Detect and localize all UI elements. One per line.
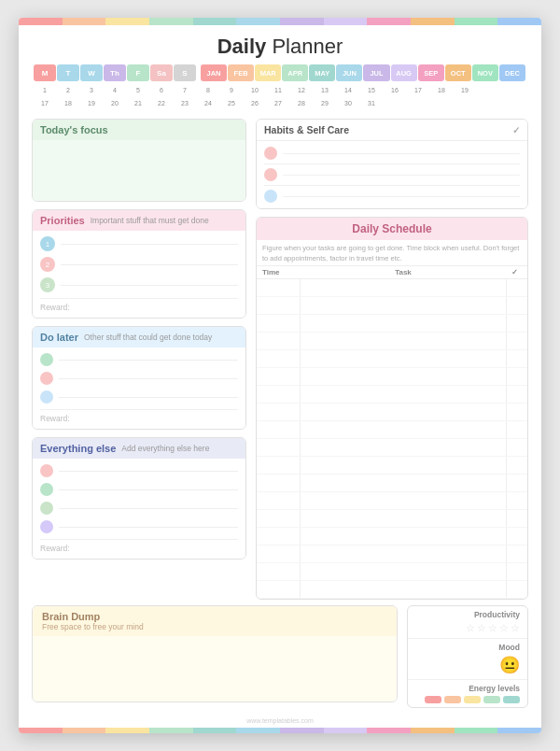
- energy-bar-3[interactable]: [464, 696, 481, 703]
- else-dot-2: [40, 483, 53, 496]
- schedule-row[interactable]: [257, 386, 527, 404]
- day-Th[interactable]: Th: [104, 64, 126, 81]
- else-line-1[interactable]: [59, 471, 238, 472]
- bottom-color-bar: [19, 728, 541, 733]
- schedule-row[interactable]: [257, 528, 527, 546]
- habit-line-3[interactable]: [283, 196, 520, 197]
- habits-body: [257, 141, 527, 208]
- else-line-2[interactable]: [59, 489, 238, 490]
- schedule-row[interactable]: [257, 333, 527, 350]
- habit-dot-2: [264, 168, 277, 181]
- everything-else-box: Everything else Add everything else here: [32, 437, 246, 560]
- else-dot-4: [40, 520, 53, 533]
- later-dot-3: [40, 390, 53, 404]
- brain-dump-header: Brain Dump Free space to free your mind: [33, 606, 397, 636]
- month-jan[interactable]: JAN: [201, 64, 227, 81]
- energy-bar-1[interactable]: [425, 696, 441, 703]
- day-S[interactable]: S: [174, 64, 196, 81]
- habit-line-2[interactable]: [283, 175, 520, 176]
- month-dec[interactable]: DEC: [499, 64, 525, 81]
- everything-subtitle: Add everything else here: [121, 444, 209, 453]
- schedule-row[interactable]: [257, 350, 527, 368]
- brain-dump-title: Brain Dump: [42, 611, 387, 622]
- schedule-row[interactable]: [257, 439, 527, 457]
- schedule-row[interactable]: [257, 297, 527, 315]
- brain-dump-section: Brain Dump Free space to free your mind …: [19, 605, 541, 714]
- energy-bar-5[interactable]: [503, 696, 520, 703]
- col-check: ✓: [507, 268, 522, 276]
- days-row: M T W Th F Sa S JAN FEB MAR APR MAY JUN …: [34, 64, 526, 81]
- month-jul[interactable]: JUL: [363, 64, 389, 81]
- schedule-row[interactable]: [257, 581, 527, 599]
- everything-reward: Reward:: [40, 539, 238, 553]
- priorities-body: 1 2 3 Reward:: [33, 231, 245, 318]
- month-sep[interactable]: SEP: [418, 64, 444, 81]
- day-T[interactable]: T: [57, 64, 79, 81]
- month-apr[interactable]: APR: [282, 64, 308, 81]
- month-aug[interactable]: AUG: [391, 64, 417, 81]
- month-may[interactable]: MAY: [309, 64, 335, 81]
- priority-num-2: 2: [40, 257, 55, 272]
- right-column: Habits & Self Care ✓: [256, 119, 528, 600]
- star-2[interactable]: ☆: [477, 622, 486, 634]
- star-3[interactable]: ☆: [488, 622, 497, 634]
- schedule-row[interactable]: [257, 404, 527, 421]
- month-nov[interactable]: NOV: [472, 64, 498, 81]
- brain-dump-body[interactable]: [33, 636, 397, 701]
- later-item-2: [40, 372, 238, 385]
- month-feb[interactable]: FEB: [228, 64, 254, 81]
- later-line-1[interactable]: [59, 360, 238, 361]
- schedule-row[interactable]: [257, 492, 527, 510]
- day-Sa[interactable]: Sa: [150, 64, 173, 81]
- later-line-3[interactable]: [59, 397, 238, 398]
- month-oct[interactable]: OCT: [445, 64, 471, 81]
- mood-emoji[interactable]: 😐: [499, 655, 520, 675]
- habit-line-1[interactable]: [283, 153, 520, 154]
- do-later-box: Do later Other stuff that could get done…: [32, 326, 246, 430]
- else-line-3[interactable]: [59, 508, 238, 509]
- later-line-2[interactable]: [59, 378, 238, 379]
- focus-header: Today's focus: [33, 120, 245, 140]
- schedule-row[interactable]: [257, 563, 527, 581]
- priority-line-1[interactable]: [61, 244, 238, 245]
- metrics-box: Productivity ☆ ☆ ☆ ☆ ☆ Mood 😐: [407, 605, 528, 708]
- everything-body: Reward:: [33, 459, 245, 559]
- else-item-2: [40, 483, 238, 496]
- focus-body[interactable]: [33, 140, 245, 201]
- schedule-row[interactable]: [257, 368, 527, 386]
- everything-header: Everything else Add everything else here: [33, 438, 245, 459]
- schedule-row[interactable]: [257, 421, 527, 439]
- habits-box: Habits & Self Care ✓: [256, 119, 528, 209]
- energy-bar-2[interactable]: [444, 696, 461, 703]
- do-later-subtitle: Other stuff that could get done today: [84, 333, 212, 342]
- priority-num-3: 3: [40, 277, 55, 292]
- schedule-row[interactable]: [257, 510, 527, 528]
- habit-dot-3: [264, 190, 277, 203]
- month-mar[interactable]: MAR: [255, 64, 281, 81]
- star-4[interactable]: ☆: [499, 622, 509, 634]
- schedule-row[interactable]: [257, 315, 527, 333]
- priorities-box: Priorities Important stuff that must get…: [32, 209, 246, 319]
- schedule-row[interactable]: [257, 279, 527, 297]
- star-1[interactable]: ☆: [466, 622, 475, 634]
- footer-text: www.templatables.com: [246, 717, 314, 724]
- month-jun[interactable]: JUN: [336, 64, 362, 81]
- mood-section: Mood 😐: [408, 639, 527, 680]
- priorities-subtitle: Important stuff that must get done: [91, 216, 209, 225]
- priority-num-1: 1: [40, 236, 55, 251]
- day-M[interactable]: M: [34, 64, 56, 81]
- else-line-4[interactable]: [59, 527, 238, 528]
- star-5[interactable]: ☆: [511, 622, 520, 634]
- schedule-row[interactable]: [257, 475, 527, 492]
- priority-line-3[interactable]: [61, 285, 238, 286]
- habits-check: ✓: [512, 125, 520, 135]
- else-item-1: [40, 464, 238, 477]
- schedule-row[interactable]: [257, 457, 527, 475]
- day-W[interactable]: W: [80, 64, 103, 81]
- priority-line-2[interactable]: [61, 264, 238, 265]
- energy-bar-4[interactable]: [483, 696, 500, 703]
- day-F[interactable]: F: [127, 64, 149, 81]
- schedule-row[interactable]: [257, 546, 527, 563]
- mood-row: 😐: [415, 655, 520, 675]
- energy-section: Energy levels: [408, 680, 527, 707]
